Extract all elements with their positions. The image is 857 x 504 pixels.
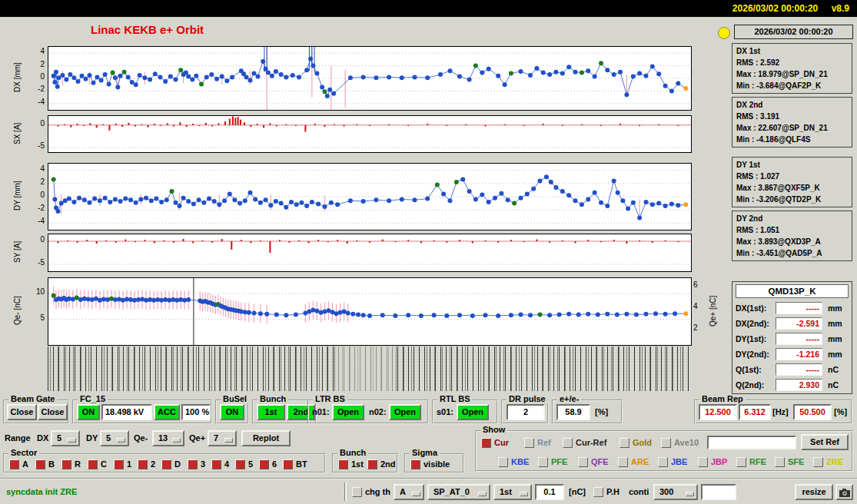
resize-button[interactable]: resize (795, 484, 833, 500)
sector-a-checkbox[interactable]: A (9, 457, 28, 471)
ltr-n01-open-button[interactable]: Open (332, 404, 364, 420)
checkbox-box (619, 438, 629, 448)
beam-gate-close-button-2[interactable]: Close (38, 404, 68, 420)
show-cur-ref-checkbox[interactable]: Cur-Ref (563, 436, 606, 449)
threshold-input[interactable]: 0.1 (535, 484, 564, 500)
show-group: Show Cur Ref Cur-Ref Gold Ave10 Set Ref … (475, 430, 853, 472)
bunch-select[interactable]: 1st (493, 484, 532, 500)
show-jbp-checkbox[interactable]: JBP (698, 455, 727, 469)
show-zre-checkbox[interactable]: ZRE (813, 455, 843, 469)
range-qem-select[interactable]: 13 (152, 430, 184, 446)
checkbox-box (775, 457, 785, 467)
panel-timestamp: 2026/03/02 00:00:20 (734, 25, 853, 39)
checkbox-box (211, 459, 221, 469)
sx-plot[interactable] (48, 115, 692, 153)
monitor-row-label: DX(2nd): (736, 319, 776, 328)
sp-at-select[interactable]: SP_AT_0 (427, 484, 490, 500)
count-select[interactable]: 300 (653, 484, 698, 500)
show-ref-checkbox[interactable]: Ref (524, 436, 551, 449)
sy-axis-label: SY [A] (12, 234, 23, 270)
sector-a-select[interactable]: A (394, 484, 424, 500)
beam-gate-group: Beam Gate Close Close (3, 400, 69, 424)
fc15-acc-button[interactable]: ACC (154, 404, 180, 420)
dy-plot[interactable] (48, 163, 692, 230)
ph-checkbox[interactable]: P.H (593, 485, 619, 499)
chg-th-checkbox[interactable]: chg th (352, 485, 390, 499)
checkbox-box (9, 459, 19, 469)
beam-gate-label: Beam Gate (8, 394, 57, 403)
checkbox-box (283, 459, 293, 469)
sector-5-checkbox[interactable]: 5 (235, 457, 253, 471)
checkbox-label: ARE (631, 457, 649, 466)
show-are-checkbox[interactable]: ARE (618, 455, 649, 469)
beam-rep-group: Beam Rep 12.500 6.312 [Hz] 50.500 [%] (694, 400, 852, 424)
checkbox-label: KBE (511, 457, 529, 466)
beam-rep-label: Beam Rep (699, 394, 746, 403)
ref-name-input[interactable] (707, 436, 796, 449)
show-pfe-checkbox[interactable]: PFE (538, 455, 567, 469)
checkbox-label: Cur-Ref (576, 438, 606, 447)
sy-plot[interactable] (48, 234, 692, 272)
sector-r-checkbox[interactable]: R (61, 457, 81, 471)
dr-pulse-group: DR pulse 2 (501, 400, 549, 424)
set-ref-button[interactable]: Set Ref (801, 434, 849, 450)
sigma-label: Sigma (410, 448, 440, 457)
show-kbe-checkbox[interactable]: KBE (498, 455, 529, 469)
rtl-s01-open-button[interactable]: Open (457, 404, 489, 420)
bunch-1st-button[interactable]: 1st (257, 404, 285, 420)
checkbox-box (538, 457, 548, 467)
stat-max: Max : 3.867@QXF5P_K (736, 182, 848, 194)
y-tick-label: 0 (26, 119, 45, 128)
fc15-on-button[interactable]: ON (77, 404, 100, 420)
replot-button[interactable]: Replot (241, 430, 291, 446)
sector-bt-checkbox[interactable]: BT (283, 457, 307, 471)
sector-b-checkbox[interactable]: B (35, 457, 55, 471)
beam-gate-close-button-1[interactable]: Close (7, 404, 37, 420)
checkbox-label: 1st (351, 459, 364, 469)
fc15-label: FC_15 (78, 394, 108, 403)
show-rfe-checkbox[interactable]: RFE (736, 455, 766, 469)
checkbox-label: Ref (537, 438, 551, 447)
sector-c-checkbox[interactable]: C (88, 457, 107, 471)
sector-1-checkbox[interactable]: 1 (114, 457, 131, 471)
sector-d-checkbox[interactable]: D (161, 457, 181, 471)
checkbox-box (498, 457, 508, 467)
show-sfe-checkbox[interactable]: SFE (775, 455, 804, 469)
ltr-n02-open-button[interactable]: Open (389, 404, 421, 420)
e-ratio-label: e+/e- (557, 394, 581, 403)
checkbox-box (593, 487, 603, 497)
sector-2-checkbox[interactable]: 2 (138, 457, 155, 471)
status-indicator-lamp (718, 27, 730, 39)
checkbox-label: 6 (272, 459, 277, 469)
dx-plot[interactable] (48, 46, 692, 111)
e-ratio-unit: [%] (595, 407, 608, 416)
stat-min: Min : -3.684@QAF2P_K (736, 80, 848, 91)
show-cur-checkbox[interactable]: Cur (481, 436, 509, 449)
show-gold-checkbox[interactable]: Gold (619, 436, 652, 449)
range-qep-select[interactable]: 7 (208, 430, 237, 446)
sector-4-checkbox[interactable]: 4 (211, 457, 229, 471)
titlebar: 2026/03/02 00:00:20 v8.9 (0, 0, 857, 17)
show-jbe-checkbox[interactable]: JBE (658, 455, 687, 469)
sector-3-checkbox[interactable]: 3 (188, 457, 205, 471)
show-ave10-checkbox[interactable]: Ave10 (661, 436, 699, 449)
dr-pulse-field[interactable]: 2 (507, 404, 545, 420)
count-input[interactable] (701, 484, 736, 500)
screenshot-button[interactable] (835, 484, 853, 500)
stat-max: Max : 22.607@SP_DN_21 (736, 122, 848, 134)
bunch-2nd-checkbox[interactable]: 2nd (367, 457, 396, 471)
range-dx-select[interactable]: 5 (51, 430, 80, 446)
rtl-bs-label: RTL BS (437, 394, 473, 403)
range-dy-select[interactable]: 5 (100, 430, 129, 446)
y-tick-label: 2 (26, 177, 45, 186)
sigma-visible-checkbox[interactable]: visible (410, 457, 450, 471)
e-ratio-field[interactable]: 58.9 (556, 404, 590, 420)
qe-plot[interactable] (48, 277, 692, 346)
show-qfe-checkbox[interactable]: QFE (578, 455, 609, 469)
sector-6-checkbox[interactable]: 6 (259, 457, 277, 471)
fc15-percent-field: 100 % (181, 404, 211, 420)
busel-on-button[interactable]: ON (220, 404, 244, 420)
stat-rms: RMS : 3.191 (736, 111, 848, 122)
stat-box-dy-2nd: DY 2nd RMS : 1.051 Max : 3.893@QXD3P_A M… (732, 211, 852, 261)
bunch-1st-checkbox[interactable]: 1st (338, 457, 364, 471)
